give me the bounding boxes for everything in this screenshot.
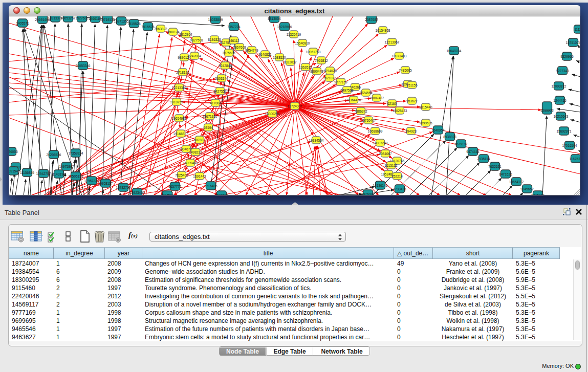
- svg-text:8186328: 8186328: [208, 38, 221, 41]
- svg-text:1588520: 1588520: [273, 56, 286, 59]
- svg-text:9329966: 9329966: [560, 55, 574, 58]
- svg-text:14136141: 14136141: [373, 184, 388, 187]
- svg-text:252214: 252214: [391, 174, 403, 178]
- svg-text:1143194: 1143194: [53, 172, 66, 176]
- svg-text:19166827: 19166827: [173, 132, 188, 136]
- svg-text:62160: 62160: [387, 102, 397, 105]
- svg-text:1167533: 1167533: [570, 157, 580, 161]
- svg-text:10973493: 10973493: [392, 54, 407, 58]
- svg-text:17359924: 17359924: [69, 151, 83, 155]
- svg-text:19218506: 19218506: [277, 25, 292, 29]
- svg-text:8938923: 8938923: [443, 135, 456, 139]
- svg-text:2626055: 2626055: [9, 150, 18, 154]
- svg-text:9657771: 9657771: [168, 185, 182, 188]
- svg-text:20364436: 20364436: [346, 98, 361, 102]
- svg-text:6794028: 6794028: [323, 69, 337, 73]
- svg-text:12213967: 12213967: [385, 40, 400, 44]
- svg-text:2867608: 2867608: [233, 46, 246, 49]
- svg-text:14099488: 14099488: [183, 161, 198, 165]
- svg-text:7485005: 7485005: [399, 69, 412, 72]
- svg-text:1010755: 1010755: [170, 100, 183, 104]
- svg-text:8322037: 8322037: [284, 60, 297, 64]
- svg-text:1527602: 1527602: [75, 16, 89, 20]
- svg-text:9699695: 9699695: [419, 121, 432, 125]
- svg-text:9777169: 9777169: [334, 80, 347, 84]
- svg-text:994923: 994923: [405, 129, 417, 133]
- svg-text:1498222: 1498222: [189, 150, 202, 154]
- svg-text:9474444: 9474444: [466, 150, 480, 154]
- svg-text:16971355: 16971355: [114, 19, 129, 23]
- svg-text:19654983: 19654983: [172, 117, 187, 120]
- svg-text:1640954: 1640954: [431, 128, 445, 132]
- svg-text:8454749: 8454749: [245, 49, 258, 52]
- svg-text:7625402: 7625402: [175, 173, 188, 177]
- svg-text:417004: 417004: [210, 101, 221, 105]
- svg-text:12213369: 12213369: [172, 86, 187, 90]
- svg-text:11123: 11123: [574, 28, 580, 31]
- svg-text:1244415: 1244415: [553, 99, 567, 102]
- svg-text:12923466: 12923466: [130, 191, 145, 194]
- svg-text:8427552: 8427552: [213, 90, 227, 93]
- svg-text:1691443: 1691443: [193, 174, 206, 178]
- svg-text:15720407: 15720407: [361, 119, 376, 122]
- svg-text:16154808: 16154808: [376, 29, 390, 32]
- svg-text:53594: 53594: [204, 126, 213, 129]
- svg-text:2087682: 2087682: [365, 18, 378, 21]
- svg-text:16210643: 16210643: [554, 115, 569, 118]
- svg-text:7955812: 7955812: [315, 59, 328, 62]
- svg-text:18300295: 18300295: [265, 112, 280, 116]
- svg-text:1362615: 1362615: [299, 65, 312, 69]
- svg-text:12942757: 12942757: [36, 172, 51, 176]
- svg-text:7632621: 7632621: [488, 165, 502, 168]
- svg-text:39154: 39154: [9, 169, 18, 173]
- svg-text:6497568: 6497568: [340, 89, 354, 92]
- svg-text:15692971: 15692971: [557, 129, 572, 133]
- svg-text:11325419: 11325419: [287, 33, 301, 36]
- svg-text:10807487: 10807487: [369, 96, 384, 100]
- svg-text:1621072: 1621072: [323, 76, 336, 80]
- svg-text:10654112: 10654112: [509, 180, 524, 184]
- svg-text:12505135: 12505135: [69, 174, 83, 178]
- svg-text:15751074: 15751074: [566, 41, 580, 45]
- svg-text:9242848: 9242848: [219, 64, 232, 68]
- svg-text:9815440: 9815440: [419, 105, 432, 109]
- svg-text:6679197: 6679197: [454, 142, 468, 146]
- svg-text:18807249: 18807249: [373, 141, 388, 145]
- svg-text:887833: 887833: [194, 138, 205, 142]
- svg-text:8660124: 8660124: [166, 30, 180, 34]
- svg-text:10688609: 10688609: [368, 129, 383, 133]
- svg-text:8990448: 8990448: [310, 70, 323, 73]
- svg-text:8471626: 8471626: [499, 172, 512, 176]
- svg-text:7357224: 7357224: [227, 25, 241, 29]
- svg-text:2603144: 2603144: [215, 77, 228, 80]
- svg-text:8813054: 8813054: [268, 17, 281, 20]
- svg-text:15640910: 15640910: [295, 41, 310, 45]
- svg-text:10653267: 10653267: [61, 16, 76, 20]
- svg-text:19384554: 19384554: [309, 139, 324, 142]
- svg-text:7386372: 7386372: [354, 110, 367, 113]
- svg-text:16648784: 16648784: [447, 49, 462, 53]
- svg-text:1615132: 1615132: [384, 164, 398, 167]
- svg-text:7515526: 7515526: [127, 22, 141, 26]
- svg-text:7663822: 7663822: [154, 27, 167, 31]
- svg-text:2242084: 2242084: [188, 54, 201, 58]
- svg-text:12093872: 12093872: [552, 84, 567, 88]
- svg-text:7515526: 7515526: [141, 25, 155, 29]
- svg-text:546112: 546112: [228, 39, 239, 42]
- svg-text:9146821: 9146821: [258, 53, 272, 56]
- svg-text:1405571: 1405571: [16, 21, 29, 25]
- svg-text:10975867: 10975867: [59, 165, 74, 168]
- svg-text:18724007: 18724007: [288, 104, 302, 108]
- svg-text:17016504: 17016504: [562, 144, 577, 147]
- svg-text:20053346: 20053346: [76, 64, 91, 68]
- svg-text:17957223: 17957223: [84, 179, 99, 183]
- svg-text:1733426: 1733426: [393, 187, 406, 191]
- svg-text:28671310: 28671310: [203, 115, 217, 118]
- svg-text:953627: 953627: [406, 99, 418, 103]
- svg-text:10961758: 10961758: [306, 50, 321, 54]
- svg-text:9245652: 9245652: [520, 187, 534, 191]
- svg-text:3824554: 3824554: [359, 91, 373, 95]
- svg-text:16782759: 16782759: [116, 186, 131, 189]
- svg-text:10025433: 10025433: [393, 109, 407, 113]
- svg-text:9227343: 9227343: [556, 69, 569, 73]
